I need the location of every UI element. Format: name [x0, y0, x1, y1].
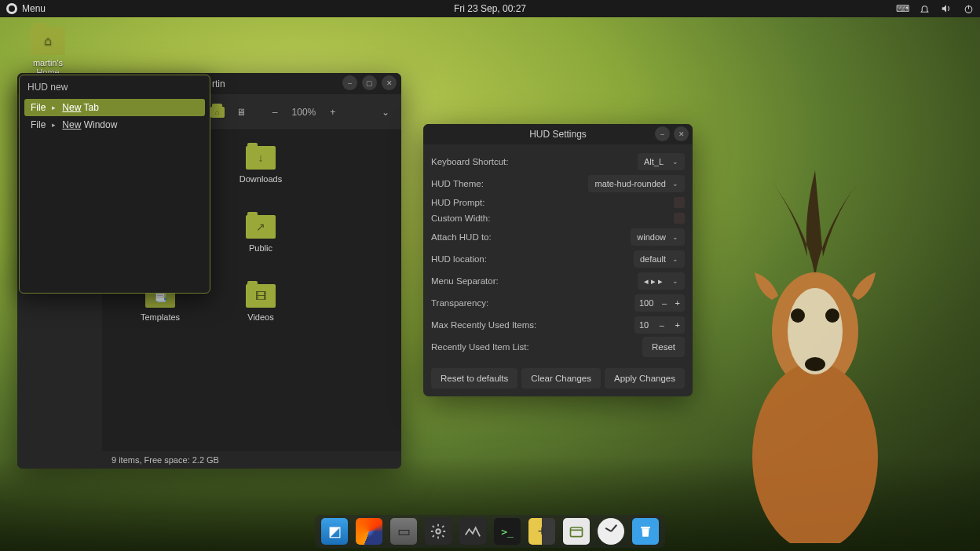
chevron-down-icon: ⌄ — [672, 180, 678, 188]
folder-icon: ↗ — [246, 215, 276, 239]
folder-icon: ⌂ — [31, 27, 65, 55]
plus-icon[interactable]: + — [675, 320, 680, 330]
dock-item-software[interactable] — [563, 518, 590, 545]
hud-settings-title: HUD Settings — [529, 129, 587, 140]
chevron-down-icon: ⌄ — [672, 255, 678, 263]
volume-icon[interactable] — [941, 3, 952, 14]
label-prompt: HUD Prompt: — [431, 198, 485, 207]
separator-icon: ▸ — [52, 104, 56, 111]
folder-templates[interactable]: 📑Templates — [110, 284, 210, 353]
reset-defaults-button[interactable]: Reset to defaults — [431, 368, 517, 389]
folder-icon: ↓ — [246, 146, 276, 170]
label-location: HUD location: — [431, 254, 487, 264]
distro-logo-icon — [6, 3, 17, 14]
clear-changes-button[interactable]: Clear Changes — [521, 368, 601, 389]
dock-item-terminal[interactable]: >_ — [494, 518, 521, 545]
folder-label: Public — [249, 243, 272, 253]
separator-select[interactable]: ◂ ▸ ▸⌄ — [638, 272, 685, 290]
menu-button[interactable]: Menu — [6, 3, 46, 14]
hud-result-list: File▸New TabFile▸New Window — [20, 96, 210, 137]
svg-point-2 — [788, 288, 843, 374]
panel-clock[interactable]: Fri 23 Sep, 00:27 — [454, 3, 526, 14]
dock: ◩ ▭ >_ + — [315, 515, 665, 548]
label-transparency: Transparency: — [431, 298, 488, 308]
folder-label: Videos — [247, 312, 273, 322]
dock-item-monitor[interactable] — [459, 518, 486, 545]
chevron-down-icon: ⌄ — [672, 277, 678, 285]
svg-rect-10 — [641, 527, 650, 528]
max-recent-spinbutton[interactable]: 10 – + — [634, 316, 685, 334]
minimize-button[interactable]: – — [342, 75, 357, 90]
hud-settings-window: HUD Settings – ✕ Keyboard Shortcut: Alt_… — [423, 124, 693, 396]
svg-point-3 — [791, 308, 805, 323]
label-recent-list: Recently Used Item List: — [431, 342, 529, 352]
label-attach: Attach HUD to: — [431, 232, 492, 242]
dock-item-tweaks[interactable]: + — [528, 518, 555, 545]
custom-width-checkbox[interactable] — [674, 213, 685, 224]
apply-changes-button[interactable]: Apply Changes — [605, 368, 685, 389]
minimize-button[interactable]: – — [655, 126, 670, 141]
keyboard-icon[interactable]: ⌨ — [897, 3, 908, 14]
prompt-checkbox[interactable] — [674, 197, 685, 208]
minus-icon[interactable]: – — [662, 298, 667, 308]
dock-item-firefox[interactable] — [356, 518, 382, 545]
folder-label: Templates — [141, 312, 180, 322]
folder-icon: 🎞 — [246, 284, 276, 308]
menu-label: Menu — [22, 3, 46, 14]
reset-list-button[interactable]: Reset — [642, 337, 685, 357]
folder-label: Downloads — [240, 174, 282, 184]
shortcut-select[interactable]: Alt_L⌄ — [638, 153, 685, 170]
file-manager-statusbar: 9 items, Free space: 2.2 GB — [17, 451, 401, 469]
svg-point-4 — [825, 308, 839, 323]
window-title: rtin — [212, 78, 225, 89]
minus-icon[interactable]: – — [660, 320, 664, 330]
chevron-down-icon: ⌄ — [672, 233, 678, 241]
maximize-button[interactable]: ▢ — [362, 75, 377, 90]
wallpaper-deer — [697, 135, 933, 543]
folder-downloads[interactable]: ↓Downloads — [210, 146, 311, 215]
hud-search-input[interactable]: HUD new — [20, 75, 210, 96]
hud-settings-titlebar[interactable]: HUD Settings – ✕ — [423, 124, 693, 144]
top-panel: Menu Fri 23 Sep, 00:27 ⌨ — [0, 0, 980, 17]
dock-item-files[interactable]: ▭ — [390, 518, 417, 545]
svg-point-1 — [752, 363, 878, 543]
zoom-out-icon[interactable]: – — [269, 105, 281, 119]
dock-item-clock[interactable] — [598, 518, 624, 545]
svg-point-0 — [772, 272, 858, 390]
hud-result-item[interactable]: File▸New Tab — [24, 99, 205, 116]
transparency-spinbutton[interactable]: 100 – + — [634, 294, 685, 312]
theme-select[interactable]: mate-hud-rounded⌄ — [588, 175, 685, 192]
dock-item-trash[interactable] — [632, 518, 659, 545]
desktop-home-folder[interactable]: ⌂ martin's Home — [20, 27, 75, 77]
label-shortcut: Keyboard Shortcut: — [431, 157, 508, 166]
close-button[interactable]: ✕ — [674, 126, 689, 141]
separator-icon: ▸ — [52, 121, 56, 129]
power-icon[interactable] — [963, 3, 974, 14]
zoom-level: 100% — [292, 107, 316, 118]
hud-popup: HUD new File▸New TabFile▸New Window — [19, 75, 210, 294]
zoom-in-icon[interactable]: + — [327, 105, 338, 119]
svg-point-8 — [436, 529, 441, 534]
label-separator: Menu Separator: — [431, 276, 499, 286]
chevron-down-icon: ⌄ — [672, 158, 678, 166]
home-path-icon[interactable]: ⌂ — [210, 105, 225, 119]
close-button[interactable]: ✕ — [382, 75, 397, 90]
attach-select[interactable]: window⌄ — [631, 228, 685, 246]
svg-rect-9 — [571, 527, 583, 537]
folder-public[interactable]: ↗Public — [210, 215, 311, 284]
svg-point-5 — [805, 357, 825, 371]
folder-videos[interactable]: 🎞Videos — [210, 284, 311, 353]
location-select[interactable]: default⌄ — [634, 250, 685, 268]
status-text: 9 items, Free space: 2.2 GB — [112, 455, 219, 465]
dock-item-settings[interactable] — [425, 518, 452, 545]
view-mode-dropdown-icon[interactable]: ⌄ — [380, 105, 392, 119]
hud-result-item[interactable]: File▸New Window — [24, 116, 205, 133]
label-theme: HUD Theme: — [431, 179, 484, 188]
label-max-recent: Max Recently Used Items: — [431, 320, 536, 330]
dock-item-screenshot[interactable]: ◩ — [321, 518, 348, 545]
computer-icon[interactable]: 🖥 — [236, 105, 247, 119]
plus-icon[interactable]: + — [675, 298, 680, 308]
notifications-icon[interactable] — [919, 3, 930, 14]
label-custom-width: Custom Width: — [431, 213, 490, 223]
